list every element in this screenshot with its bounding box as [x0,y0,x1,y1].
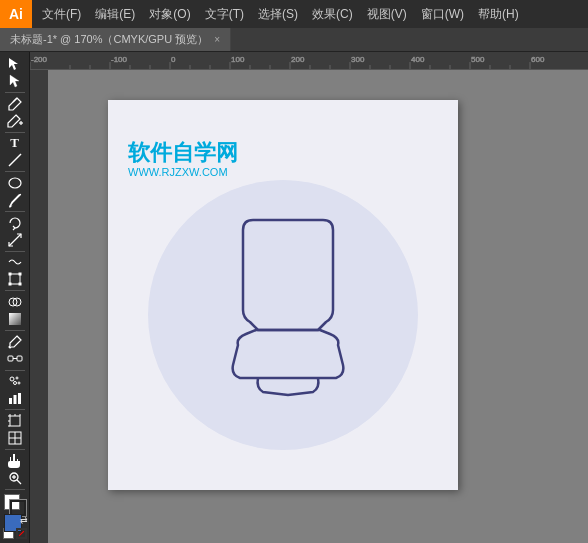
watermark-title: 软件自学网 [128,140,238,166]
tab-label: 未标题-1* @ 170%（CMYK/GPU 预览） [10,32,208,47]
chair-illustration [198,210,378,410]
menu-object[interactable]: 对象(O) [143,4,196,25]
swap-colors-icon[interactable]: ⇄ [20,515,28,525]
menu-type[interactable]: 文字(T) [199,4,250,25]
svg-text:400: 400 [411,55,425,64]
svg-text:500: 500 [471,55,485,64]
svg-rect-23 [18,393,21,404]
svg-rect-15 [17,356,22,361]
toolbar-separator-6 [5,290,25,291]
svg-rect-7 [9,273,11,275]
svg-point-20 [18,382,20,384]
svg-point-17 [10,377,14,381]
svg-line-5 [9,234,21,246]
ai-logo: Ai [0,0,32,28]
svg-rect-22 [13,395,16,404]
menu-file[interactable]: 文件(F) [36,4,87,25]
gradient-tool-btn[interactable] [2,311,28,327]
document-tab[interactable]: 未标题-1* @ 170%（CMYK/GPU 预览） × [0,28,231,51]
scale-tool-btn[interactable] [2,232,28,248]
toolbar-separator-7 [5,330,25,331]
toolbar-separator-1 [5,92,25,93]
warp-tool-btn[interactable] [2,254,28,270]
tab-bar: 未标题-1* @ 170%（CMYK/GPU 预览） × [0,28,588,52]
add-anchor-tool-btn[interactable] [2,113,28,129]
toolbar-separator-4 [5,211,25,212]
svg-text:-200: -200 [31,55,48,64]
tab-close-button[interactable]: × [214,34,220,45]
artboard: 软件自学网 WWW.RJZXW.COM [108,100,458,490]
slice-tool-btn[interactable] [2,430,28,446]
menu-select[interactable]: 选择(S) [252,4,304,25]
menu-view[interactable]: 视图(V) [361,4,413,25]
svg-rect-24 [10,416,20,426]
svg-text:600: 600 [531,55,545,64]
vertical-ruler [30,70,48,543]
svg-rect-8 [19,273,21,275]
color-swatches: ⇄ [2,494,28,525]
toolbar-separator-5 [5,251,25,252]
toolbar-separator-9 [5,409,25,410]
svg-text:-100: -100 [111,55,128,64]
svg-point-19 [13,382,16,385]
line-tool-btn[interactable] [2,152,28,168]
shape-builder-btn[interactable] [2,294,28,310]
menu-help[interactable]: 帮助(H) [472,4,525,25]
eyedropper-btn[interactable] [2,334,28,350]
toolbar-separator-3 [5,171,25,172]
menu-edit[interactable]: 编辑(E) [89,4,141,25]
svg-text:0: 0 [171,55,176,64]
canvas-area: -200 -100 0 100 200 300 400 500 [30,52,588,543]
svg-rect-9 [9,283,11,285]
svg-point-18 [16,377,18,379]
menu-window[interactable]: 窗口(W) [415,4,470,25]
blend-tool-btn[interactable] [2,351,28,367]
svg-text:300: 300 [351,55,365,64]
menu-effect[interactable]: 效果(C) [306,4,359,25]
svg-rect-73 [30,70,48,543]
paint-tool-btn[interactable] [2,192,28,208]
direct-selection-tool-btn[interactable] [2,73,28,89]
svg-rect-13 [9,313,21,325]
svg-rect-10 [19,283,21,285]
graph-tool-btn[interactable] [2,390,28,406]
no-stroke-icon[interactable] [16,528,27,539]
svg-text:200: 200 [291,55,305,64]
canvas-viewport[interactable]: 软件自学网 WWW.RJZXW.COM [48,70,588,543]
hand-tool-btn[interactable] [2,453,28,469]
svg-line-0 [13,98,17,102]
ellipse-tool-btn[interactable] [2,175,28,191]
zoom-tool-btn[interactable] [2,470,28,486]
toolbar-separator-8 [5,370,25,371]
watermark: 软件自学网 WWW.RJZXW.COM [128,140,238,178]
rotate-tool-btn[interactable] [2,215,28,231]
artboard-tool-btn[interactable] [2,413,28,429]
svg-line-35 [17,480,21,484]
toolbar-separator-10 [5,449,25,450]
svg-text:100: 100 [231,55,245,64]
horizontal-ruler: -200 -100 0 100 200 300 400 500 [30,52,588,70]
watermark-url: WWW.RJZXW.COM [128,166,238,178]
svg-rect-14 [8,356,13,361]
canvas-with-vruler: 软件自学网 WWW.RJZXW.COM [30,70,588,543]
svg-line-3 [9,154,21,166]
toolbar: T [0,52,30,543]
pen-tool-btn[interactable] [2,96,28,112]
menu-bar: 文件(F) 编辑(E) 对象(O) 文字(T) 选择(S) 效果(C) 视图(V… [32,0,588,28]
selection-tool-btn[interactable] [2,56,28,72]
free-transform-btn[interactable] [2,271,28,287]
type-tool-btn[interactable]: T [2,135,28,151]
title-bar: Ai 文件(F) 编辑(E) 对象(O) 文字(T) 选择(S) 效果(C) 视… [0,0,588,28]
toolbar-separator-11 [5,489,25,490]
main-layout: T [0,52,588,543]
svg-rect-21 [9,398,12,404]
symbol-sprayer-btn[interactable] [2,373,28,389]
svg-point-4 [9,178,21,188]
toolbar-separator-2 [5,132,25,133]
